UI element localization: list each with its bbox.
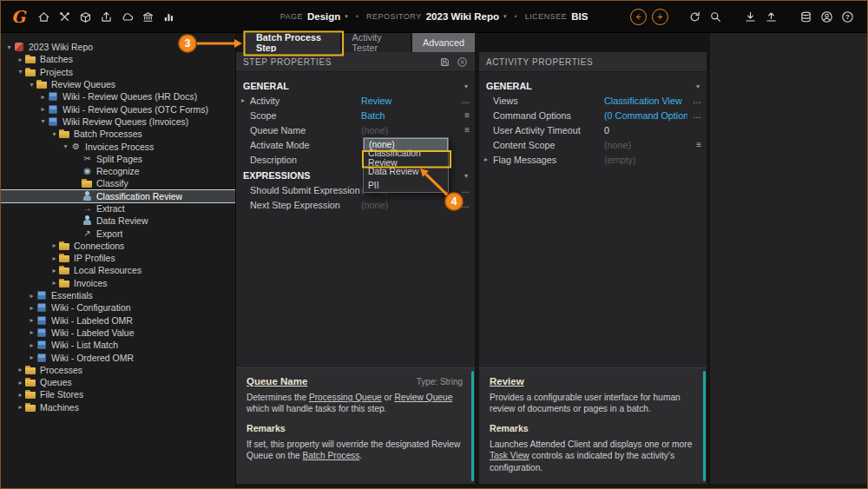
scrollbar-thumb[interactable] xyxy=(471,371,474,481)
tree-item-data-review[interactable]: Data Review xyxy=(1,215,235,227)
property-row-flag-messages[interactable]: ▸Flag Messages(empty) xyxy=(479,152,707,167)
menu-icon[interactable]: ≡ xyxy=(687,140,701,149)
tree-item-wiki-labeled-omr[interactable]: ▸Wiki - Labeled OMR xyxy=(1,314,235,327)
tree-item-local-resources[interactable]: ▸Local Resources xyxy=(1,264,235,276)
ellipsis-icon[interactable]: … xyxy=(687,96,701,105)
collapsed-arrow-icon[interactable]: ▸ xyxy=(27,328,36,336)
help-topic-link[interactable]: Review xyxy=(490,376,524,387)
section-general[interactable]: GENERAL▾ xyxy=(236,79,475,93)
property-value[interactable]: (none) xyxy=(361,125,456,135)
tree-item-split-pages[interactable]: ✂Split Pages xyxy=(1,153,235,165)
tree-item-wiki-ordered-omr[interactable]: ▸Wiki - Ordered OMR xyxy=(1,351,235,363)
scrollbar-thumb[interactable] xyxy=(703,371,706,481)
section-general[interactable]: GENERAL▾ xyxy=(479,79,707,93)
database-icon[interactable] xyxy=(796,7,815,26)
tree-item-classify[interactable]: Classify xyxy=(1,177,235,189)
dropdown-option-pii[interactable]: PII xyxy=(364,179,448,193)
tree-item-recognize[interactable]: ◉Recognize xyxy=(1,165,235,177)
chevron-down-icon[interactable]: ▾ xyxy=(464,172,468,180)
tab-advanced[interactable]: Advanced xyxy=(412,33,475,52)
tab-activity-tester[interactable]: Activity Tester xyxy=(342,33,411,52)
collapsed-arrow-icon[interactable]: ▸ xyxy=(49,267,59,274)
collapsed-arrow-icon[interactable]: ▸ xyxy=(16,403,25,411)
tree-item-file-stores[interactable]: ▸File Stores xyxy=(1,388,235,400)
collapsed-arrow-icon[interactable]: ▸ xyxy=(49,279,59,287)
expanded-arrow-icon[interactable]: ▾ xyxy=(27,81,36,89)
upload-icon[interactable] xyxy=(761,7,780,26)
property-row-views[interactable]: ViewsClassification View… xyxy=(479,93,707,108)
stats-icon[interactable] xyxy=(159,7,178,26)
property-value[interactable]: Classification View xyxy=(604,96,687,106)
close-icon[interactable] xyxy=(457,56,468,68)
tree-item-wiki-review-queues-hr-docs[interactable]: ▸Wiki - Review Queues (HR Docs) xyxy=(1,90,235,102)
search-icon[interactable] xyxy=(706,7,725,26)
tree-item-batch-processes[interactable]: ▾Batch Processes xyxy=(1,128,235,140)
tree-item-export[interactable]: ↗Export xyxy=(1,227,235,239)
help-link[interactable]: Task View xyxy=(490,451,529,460)
bank-icon[interactable] xyxy=(138,7,157,26)
ellipsis-icon[interactable]: … xyxy=(687,110,701,120)
help-icon[interactable] xyxy=(838,7,857,26)
tree-item-machines[interactable]: ▸Machines xyxy=(1,401,235,413)
tree-item-wiki-list-match[interactable]: ▸Wiki - List Match xyxy=(1,339,235,351)
tree-item-connections[interactable]: ▸Connections xyxy=(1,240,235,252)
ellipsis-icon[interactable]: … xyxy=(456,185,470,195)
property-row-content-scope[interactable]: Content Scope(none)≡ xyxy=(479,137,707,152)
property-value[interactable]: (0 Command Options) xyxy=(604,110,687,121)
collapsed-arrow-icon[interactable]: ▸ xyxy=(38,105,48,113)
chevron-down-icon[interactable]: ▾ xyxy=(696,83,700,90)
tree-item-wiki-review-queues-invoices[interactable]: ▾Wiki Review Queues (Invoices) xyxy=(1,116,235,128)
tree-item-classification-review[interactable]: Classification Review xyxy=(1,190,235,202)
collapsed-arrow-icon[interactable]: ▸ xyxy=(49,241,59,249)
property-value[interactable]: (none) xyxy=(361,200,456,210)
tree-item-ip-profiles[interactable]: ▸IP Profiles xyxy=(1,252,235,264)
tree-item-invoices-process[interactable]: ▾⚙Invoices Process xyxy=(1,140,235,152)
property-row-command-options[interactable]: Command Options(0 Command Options)… xyxy=(479,108,707,122)
tree-item-invoices[interactable]: ▸Invoices xyxy=(1,277,235,289)
help-topic-link[interactable]: Queue Name xyxy=(247,376,307,387)
expanded-arrow-icon[interactable]: ▾ xyxy=(49,130,59,138)
tree-item-processes[interactable]: ▸Processes xyxy=(1,364,235,376)
property-row-scope[interactable]: ScopeBatch≡ xyxy=(236,108,475,122)
expanded-arrow-icon[interactable]: ▾ xyxy=(61,142,70,150)
tree-item-projects[interactable]: ▾Projects xyxy=(1,66,235,78)
repository-selector[interactable]: 2023 Wiki Repo xyxy=(426,11,499,22)
tree-item-extract[interactable]: →Extract xyxy=(1,202,235,215)
tree-item-wiki-labeled-value[interactable]: ▸Wiki - Labeled Value xyxy=(1,327,235,339)
collapsed-arrow-icon[interactable]: ▸ xyxy=(27,304,36,312)
help-link[interactable]: Review Queue xyxy=(394,393,452,402)
collapsed-arrow-icon[interactable]: ▸ xyxy=(16,366,25,373)
collapsed-arrow-icon[interactable]: ▸ xyxy=(27,341,36,349)
property-value[interactable]: (empty) xyxy=(604,155,687,165)
download-icon[interactable] xyxy=(740,7,760,26)
collapsed-arrow-icon[interactable]: ▸ xyxy=(49,254,59,262)
ellipsis-icon[interactable]: … xyxy=(456,200,470,209)
dropdown-option-classification-review[interactable]: Classification Review xyxy=(364,152,448,166)
help-link[interactable]: Processing Queue xyxy=(309,393,382,402)
expander-arrow-icon[interactable]: ▸ xyxy=(241,96,250,104)
collapsed-arrow-icon[interactable]: ▸ xyxy=(27,292,36,300)
ellipsis-icon[interactable]: … xyxy=(456,96,470,105)
user-icon[interactable] xyxy=(817,7,836,26)
property-value[interactable]: 0 xyxy=(604,125,687,135)
tree-item-essentials[interactable]: ▸Essentials xyxy=(1,289,235,301)
back-icon[interactable] xyxy=(630,9,647,25)
menu-icon[interactable]: ≡ xyxy=(456,125,470,135)
collapsed-arrow-icon[interactable]: ▸ xyxy=(16,391,25,399)
batches-icon[interactable] xyxy=(76,7,95,26)
help-link[interactable]: Batch Process xyxy=(303,451,360,460)
property-row-user-activity-timeout[interactable]: User Activity Timeout0 xyxy=(479,122,707,137)
expanded-arrow-icon[interactable]: ▾ xyxy=(38,117,48,125)
tree-item-review-queues[interactable]: ▾Review Queues xyxy=(1,78,235,90)
home-icon[interactable] xyxy=(34,7,53,26)
tools-icon[interactable] xyxy=(55,7,74,26)
property-value[interactable]: (none) xyxy=(604,140,687,150)
tree-item-2023-wiki-repo[interactable]: ▾2023 Wiki Repo xyxy=(1,41,235,53)
property-row-next-step-expression[interactable]: Next Step Expression(none)… xyxy=(236,197,475,212)
expanded-arrow-icon[interactable]: ▾ xyxy=(4,43,14,51)
property-value[interactable]: Review xyxy=(361,96,456,106)
tree-item-batches[interactable]: ▸Batches xyxy=(1,53,235,65)
collapsed-arrow-icon[interactable]: ▸ xyxy=(38,93,48,101)
tab-batch-process-step[interactable]: Batch Process Step xyxy=(246,33,340,52)
collapsed-arrow-icon[interactable]: ▸ xyxy=(27,354,36,361)
